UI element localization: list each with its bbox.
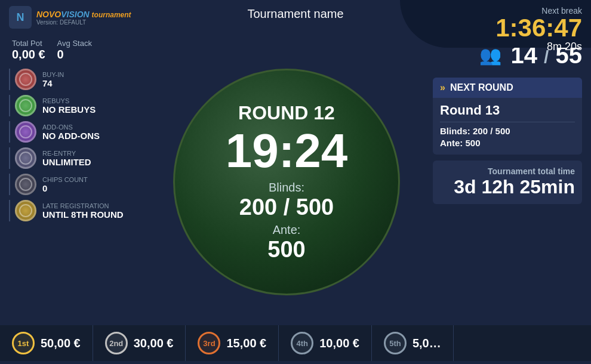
next-break-time: 1:36:47 xyxy=(495,16,582,41)
left-panel: Total Pot 0,00 € Avg Stack 0 BUY-IN 74 R… xyxy=(6,39,143,325)
chip-purple xyxy=(15,121,36,143)
chip-buyin-label: BUY-IN xyxy=(42,71,64,78)
blinds-label: Blinds: xyxy=(269,181,304,195)
center-panel: ROUND 12 19:24 Blinds: 200 / 500 Ante: 5… xyxy=(143,39,430,325)
prize-badge-4th: 4th xyxy=(291,332,313,354)
chip-grey xyxy=(15,147,36,169)
ante-label: Ante: xyxy=(273,223,301,237)
chip-rebuys-info: REBUYS NO REBUYS xyxy=(42,97,96,115)
blinds-value: 200 / 500 xyxy=(239,195,334,220)
prize-amount-3rd: 15,00 € xyxy=(226,337,266,350)
ante-value: 500 xyxy=(267,237,305,263)
main-content: Total Pot 0,00 € Avg Stack 0 BUY-IN 74 R… xyxy=(0,39,591,325)
avg-stack-value: 0 xyxy=(57,48,92,61)
next-round-title: NEXT ROUND xyxy=(450,82,513,93)
chip-count-label: CHIPS COUNT xyxy=(42,176,88,183)
chip-count-info: CHIPS COUNT 0 xyxy=(42,176,88,193)
next-round-header: » NEXT ROUND xyxy=(433,78,582,98)
version-label: Version: DEFAULT xyxy=(36,19,131,26)
tournament-name: Tournament name xyxy=(247,7,343,21)
prize-amount-2nd: 30,00 € xyxy=(134,337,174,350)
chip-reentry-info: RE-ENTRY UNLIMITED xyxy=(42,150,91,167)
total-time-label: Tournament total time xyxy=(440,166,575,176)
list-item: LATE REGISTRATION UNTIL 8TH ROUND xyxy=(9,200,140,221)
chip-buyin-value: 74 xyxy=(42,78,64,88)
chip-reentry-value: UNLIMITED xyxy=(42,157,91,167)
chip-red xyxy=(15,69,36,90)
round-label: ROUND 12 xyxy=(238,102,335,124)
prizes-bar: 1st 50,00 € 2nd 30,00 € 3rd 15,00 € 4th … xyxy=(0,325,591,361)
list-item: REBUYS NO REBUYS xyxy=(9,95,140,116)
prize-amount-1st: 50,00 € xyxy=(41,337,81,350)
prize-badge-1st: 1st xyxy=(12,332,35,354)
logo-icon: N xyxy=(9,6,32,29)
chip-gold xyxy=(15,200,36,221)
next-break-panel: Next break 1:36:47 8m 20s xyxy=(495,6,582,53)
stats-row: Total Pot 0,00 € Avg Stack 0 xyxy=(9,39,140,61)
chip-addons-label: ADD-ONS xyxy=(42,124,100,131)
chip-lateReg-info: LATE REGISTRATION UNTIL 8TH ROUND xyxy=(42,202,124,220)
list-item: 3rd 15,00 € xyxy=(186,325,279,361)
prize-amount-4th: 10,00 € xyxy=(319,337,359,350)
timer-circle: ROUND 12 19:24 Blinds: 200 / 500 Ante: 5… xyxy=(173,69,400,295)
chip-count-value: 0 xyxy=(42,183,88,193)
next-round-box: » NEXT ROUND Round 13 Blinds: 200 / 500 … xyxy=(433,78,582,155)
total-time-value: 3d 12h 25min xyxy=(440,176,575,198)
timer-display: 19:24 xyxy=(226,127,348,175)
chip-addons-info: ADD-ONS NO ADD-ONS xyxy=(42,124,100,141)
prize-badge-3rd: 3rd xyxy=(198,332,220,354)
prize-amount-5th: 5,0… xyxy=(413,337,441,350)
chip-green xyxy=(15,95,36,116)
chip-lateReg-value: UNTIL 8TH ROUND xyxy=(42,209,124,220)
list-item: 5th 5,0… xyxy=(372,325,454,361)
logo-text: NOVOVISION tournament Version: DEFAULT xyxy=(36,10,131,26)
next-break-sub: 8m 20s xyxy=(495,41,582,53)
list-item: ADD-ONS NO ADD-ONS xyxy=(9,121,140,143)
prize-badge-2nd: 2nd xyxy=(105,332,128,354)
list-item: RE-ENTRY UNLIMITED xyxy=(9,147,140,169)
total-pot-value: 0,00 € xyxy=(12,48,45,61)
chip-rebuys-label: REBUYS xyxy=(42,97,96,104)
list-item: 1st 50,00 € xyxy=(0,325,93,361)
chip-rebuys-value: NO REBUYS xyxy=(42,104,96,115)
chip-buyin-info: BUY-IN 74 xyxy=(42,71,64,88)
list-item: 4th 10,00 € xyxy=(279,325,372,361)
next-round-blinds: Blinds: 200 / 500 xyxy=(440,126,575,136)
total-time-box: Tournament total time 3d 12h 25min xyxy=(433,161,582,204)
chip-lateReg-label: LATE REGISTRATION xyxy=(42,202,124,209)
next-round-name: Round 13 xyxy=(440,103,575,122)
right-panel: 👥 14 / 55 » NEXT ROUND Round 13 Blinds: … xyxy=(430,39,585,325)
chip-addons-value: NO ADD-ONS xyxy=(42,131,100,141)
chip-rows: BUY-IN 74 REBUYS NO REBUYS ADD-ONS NO AD… xyxy=(9,69,140,221)
next-round-ante: Ante: 500 xyxy=(440,138,575,148)
brand-name: NOVOVISION tournament xyxy=(36,10,131,19)
total-pot-label: Total Pot xyxy=(12,39,45,48)
list-item: BUY-IN 74 xyxy=(9,69,140,90)
avg-stack: Avg Stack 0 xyxy=(57,39,92,61)
next-round-body: Round 13 Blinds: 200 / 500 Ante: 500 xyxy=(433,98,582,155)
chip-reentry-label: RE-ENTRY xyxy=(42,150,91,157)
avg-stack-label: Avg Stack xyxy=(57,39,92,48)
prize-badge-5th: 5th xyxy=(384,332,407,354)
list-item: CHIPS COUNT 0 xyxy=(9,174,140,195)
list-item: 2nd 30,00 € xyxy=(93,325,186,361)
chip-grey2 xyxy=(15,174,36,195)
chevron-right-icon: » xyxy=(440,82,445,93)
total-pot: Total Pot 0,00 € xyxy=(12,39,45,61)
logo-area: N NOVOVISION tournament Version: DEFAULT xyxy=(9,6,131,29)
